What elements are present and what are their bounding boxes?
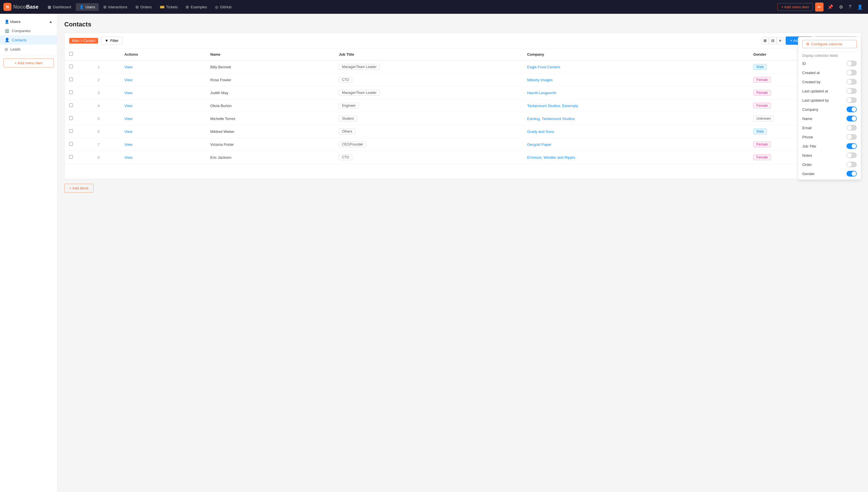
nav-dashboard[interactable]: ▦ Dashboard: [44, 3, 75, 11]
company-link[interactable]: Eagle Food Centers: [527, 65, 560, 69]
orders-icon: ⊞: [135, 5, 139, 9]
config-field-toggle[interactable]: [846, 125, 857, 131]
row-checkbox[interactable]: [69, 103, 73, 107]
row-name: Mildred Weber: [206, 125, 334, 138]
row-actions: View: [120, 125, 205, 138]
row-actions: View: [120, 99, 205, 112]
logo[interactable]: N NocoBase: [3, 3, 39, 11]
config-field-label: Company: [802, 107, 818, 112]
view-link[interactable]: View: [124, 129, 132, 134]
config-field-toggle[interactable]: [846, 79, 857, 85]
config-field-toggle[interactable]: [846, 60, 857, 66]
row-checkbox[interactable]: [69, 155, 73, 159]
row-job-title: Manager/Team Leader: [334, 87, 522, 99]
config-field-toggle[interactable]: [846, 97, 857, 103]
filter-button[interactable]: ▼ Filter: [101, 36, 122, 45]
company-link[interactable]: Earslug, Tantamount Studios: [527, 117, 575, 121]
view-link[interactable]: View: [124, 155, 132, 159]
view-link[interactable]: View: [124, 117, 132, 121]
add-menu-sidebar-button[interactable]: + Add menu item: [3, 58, 54, 68]
add-menu-item-button[interactable]: + Add menu item: [777, 3, 813, 11]
view-link[interactable]: View: [124, 78, 132, 82]
config-field-toggle[interactable]: [846, 70, 857, 75]
company-link[interactable]: Gergold Paper: [527, 142, 551, 147]
table-row: 3 View Judith May Manager/Team Leader Ha…: [65, 87, 861, 99]
user-profile-icon[interactable]: 👤: [855, 3, 865, 11]
grid-view-button[interactable]: ⊞: [762, 37, 769, 44]
row-checkbox-cell: [65, 87, 77, 99]
config-field-toggle[interactable]: [846, 171, 857, 176]
row-actions: View: [120, 112, 205, 125]
select-all-header: [65, 49, 77, 60]
sidebar-item-companies[interactable]: 🏢 Companies: [0, 26, 57, 35]
config-section-title: Display collection fields: [798, 51, 861, 59]
view-link[interactable]: View: [124, 91, 132, 95]
company-link[interactable]: D'Amore, Windler and Rippin: [527, 155, 575, 159]
list-view-button[interactable]: ⊟: [769, 37, 776, 44]
row-checkbox[interactable]: [69, 129, 73, 133]
row-job-title: CTO: [334, 73, 522, 87]
row-job-title: Student: [334, 112, 522, 125]
configure-columns-button[interactable]: ⚙ Configure columns: [802, 40, 857, 48]
sidebar-item-leads[interactable]: ◎ Leads: [0, 45, 57, 54]
config-field-toggle[interactable]: [846, 134, 857, 140]
edit-mode-icon[interactable]: ✏: [815, 3, 823, 11]
config-field-toggle[interactable]: [846, 143, 857, 149]
examples-icon: ⊞: [186, 5, 189, 9]
row-checkbox-cell: [65, 112, 77, 125]
contacts-table-card: Main > Contact ▼ Filter ⊞ ⊟ ≡ + Add new: [64, 33, 861, 179]
table-view-button[interactable]: ≡: [777, 37, 783, 44]
config-field-label: Gender: [802, 172, 815, 176]
row-number: 7: [77, 138, 120, 151]
company-link[interactable]: Hamill-Langworth: [527, 91, 556, 95]
pin-icon[interactable]: 📌: [826, 3, 835, 11]
row-checkbox[interactable]: [69, 91, 73, 94]
add-block-button[interactable]: + Add block: [64, 184, 94, 193]
view-link[interactable]: View: [124, 104, 132, 108]
toolbar-left: Main > Contact ▼ Filter: [69, 36, 122, 45]
sidebar-item-contacts[interactable]: 👤 Contacts: [0, 35, 57, 45]
row-checkbox[interactable]: [69, 77, 73, 81]
config-field-label: Notes: [802, 153, 812, 157]
nav-github[interactable]: ◎ GitHub: [212, 3, 235, 11]
help-icon[interactable]: ?: [847, 3, 853, 11]
nav-users[interactable]: 👤 Users: [76, 3, 99, 11]
view-link[interactable]: View: [124, 142, 132, 147]
select-all-checkbox[interactable]: [69, 52, 73, 56]
config-field-label: Phone: [802, 135, 813, 139]
nav-examples[interactable]: ⊞ Examples: [182, 3, 210, 11]
row-name: Eric Jackson: [206, 151, 334, 164]
settings-icon[interactable]: ⚙: [837, 3, 845, 11]
row-company: D'Amore, Windler and Rippin: [522, 151, 749, 164]
config-field-row: Last updated by: [798, 96, 861, 105]
config-field-row: Last updated at: [798, 87, 861, 96]
nav-orders[interactable]: ⊞ Orders: [132, 3, 155, 11]
row-checkbox[interactable]: [69, 116, 73, 120]
job-title-tag: CEO/Founder: [339, 142, 366, 147]
row-name: Olivia Burton: [206, 99, 334, 112]
company-link[interactable]: Miberty Images: [527, 78, 552, 82]
config-field-row: Created by: [798, 77, 861, 87]
view-link[interactable]: View: [124, 65, 132, 69]
company-link[interactable]: Tantamount Studios, Earempty: [527, 104, 578, 108]
config-field-row: Order: [798, 160, 861, 169]
gender-tag: Female: [753, 154, 771, 160]
row-checkbox[interactable]: [69, 142, 73, 146]
gender-tag: Male: [753, 129, 767, 134]
row-job-title: CEO/Founder: [334, 138, 522, 151]
gender-tag: Unknown: [753, 116, 774, 121]
sidebar-section-users[interactable]: 👤 Users ▲: [0, 17, 57, 26]
row-checkbox[interactable]: [69, 65, 73, 68]
config-field-toggle[interactable]: [846, 106, 857, 112]
config-field-toggle[interactable]: [846, 88, 857, 94]
company-link[interactable]: Grady and Sons: [527, 129, 554, 134]
nav-interactions[interactable]: ⊞ Interactions: [100, 3, 131, 11]
gender-tag: Female: [753, 103, 771, 108]
nav-tickets[interactable]: 🎫 Tickets: [156, 3, 181, 11]
config-field-toggle[interactable]: [846, 152, 857, 158]
table-header: Actions Name Job Title Company Gender: [65, 49, 861, 60]
config-field-toggle[interactable]: [846, 162, 857, 167]
page-title: Contacts: [64, 21, 861, 28]
config-field-toggle[interactable]: [846, 116, 857, 121]
table-row: 2 View Rose Fowler CTO Miberty Images Fe…: [65, 73, 861, 87]
